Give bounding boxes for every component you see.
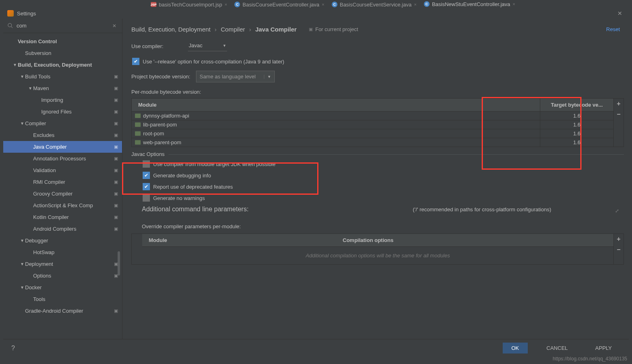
tree-item-label: Tools — [33, 296, 118, 302]
cancel-button[interactable]: CANCEL — [537, 343, 577, 353]
tree-item-label: Maven — [33, 85, 112, 91]
project-scope-icon: ▣ — [114, 121, 118, 126]
tree-item[interactable]: ▼Maven▣ — [3, 82, 122, 94]
settings-search[interactable]: ✕ — [3, 19, 122, 33]
remove-override-button[interactable]: − — [614, 244, 624, 255]
project-bytecode-select[interactable]: Same as language level ▼ — [196, 71, 275, 82]
java-class-icon: C — [424, 1, 430, 7]
project-scope-icon: ▣ — [114, 261, 118, 267]
svg-point-0 — [8, 23, 12, 27]
project-scope-icon: ▣ — [114, 74, 118, 79]
tree-item[interactable]: Android Compilers▣ — [3, 223, 122, 235]
tree-item[interactable]: ▼Docker — [3, 282, 122, 293]
expand-arrow-icon: ▼ — [19, 121, 25, 126]
current-project-badge: ▣ For current project — [309, 26, 358, 32]
java-class-icon: C — [234, 2, 240, 7]
expand-arrow-icon: ▼ — [19, 262, 25, 266]
tree-item[interactable]: Options▣ — [3, 270, 122, 282]
close-icon[interactable]: ✕ — [615, 9, 625, 17]
tree-item[interactable]: RMI Compiler▣ — [3, 176, 122, 188]
target-bytecode-cell[interactable]: 1.6 — [540, 138, 613, 147]
close-icon[interactable]: × — [414, 2, 416, 7]
apply-button[interactable]: APPLY — [586, 343, 621, 353]
ok-button[interactable]: OK — [503, 343, 528, 353]
settings-tree[interactable]: Version ControlSubversion▼Build, Executi… — [3, 33, 122, 340]
tree-item[interactable]: Annotation Processors▣ — [3, 153, 122, 164]
clear-icon[interactable]: ✕ — [111, 23, 118, 29]
tree-item-label: ActionScript & Flex Comp — [33, 202, 112, 208]
tree-item[interactable]: ▼Compiler▣ — [3, 118, 122, 129]
tree-item[interactable]: ActionScript & Flex Comp▣ — [3, 200, 122, 211]
target-bytecode-cell[interactable]: 1.6 — [540, 120, 613, 129]
expand-arrow-icon: ▼ — [12, 63, 18, 67]
tree-item[interactable]: Gradle-Android Compiler▣ — [3, 305, 122, 317]
help-icon[interactable]: ? — [11, 345, 15, 352]
release-option-checkbox[interactable] — [132, 58, 139, 65]
use-compiler-label: Use compiler: — [131, 43, 188, 49]
tree-item[interactable]: Tools — [3, 293, 122, 305]
override-table: Module Compilation options Additional co… — [131, 234, 624, 265]
tree-item-label: Importing — [41, 97, 112, 103]
tree-item-label: HotSwap — [33, 249, 118, 255]
table-row[interactable]: web-parent-pom1.6 — [132, 138, 613, 147]
tree-item[interactable]: ▼Deployment▣ — [3, 258, 122, 270]
project-scope-icon: ▣ — [114, 144, 118, 149]
dialog-titlebar: Settings ✕ — [3, 8, 629, 19]
tree-item[interactable]: ▼Build, Execution, Deployment — [3, 59, 122, 71]
tree-item-label: Android Compilers — [33, 226, 112, 232]
no-warnings-checkbox[interactable] — [143, 194, 150, 202]
project-scope-icon: ▣ — [114, 156, 118, 161]
project-scope-icon: ▣ — [114, 226, 118, 231]
use-module-jdk-checkbox[interactable] — [143, 160, 150, 168]
project-bytecode-label: Project bytecode version: — [131, 74, 190, 80]
tree-item[interactable]: Groovy Compiler▣ — [3, 188, 122, 200]
target-bytecode-cell[interactable]: 1.6 — [540, 112, 613, 120]
table-row[interactable]: dynnsy-platform-api1.6 — [132, 112, 613, 120]
tree-item[interactable]: ▼Build Tools▣ — [3, 71, 122, 82]
per-module-table: Module Target bytecode ve... dynnsy-plat… — [131, 98, 624, 147]
close-icon[interactable]: × — [225, 2, 227, 7]
module-name-cell: root-pom — [132, 129, 540, 138]
project-scope-icon: ▣ — [114, 168, 118, 173]
settings-content: Build, Execution, Deployment › Compiler … — [122, 19, 629, 340]
dialog-footer: ? OK CANCEL APPLY — [3, 339, 629, 357]
tree-item[interactable]: HotSwap — [3, 246, 122, 258]
tree-item[interactable]: Excludes▣ — [3, 129, 122, 141]
watermark: https://blog.csdn.net/qq_43690135 — [553, 356, 627, 362]
module-name-cell: dynnsy-platform-api — [132, 112, 540, 120]
tree-item-label: Options — [33, 273, 112, 279]
tree-item[interactable]: Validation▣ — [3, 164, 122, 176]
editor-tab[interactable]: JSP basisTechCourseImport.jsp × — [147, 1, 230, 8]
add-override-button[interactable]: + — [614, 234, 624, 244]
tab-label: basisTechCourseImport.jsp — [159, 2, 222, 8]
editor-tab[interactable]: C BasisCourseEventController.java × — [231, 1, 327, 8]
expand-icon[interactable]: ⤢ — [615, 208, 619, 214]
gen-debug-checkbox[interactable] — [143, 172, 150, 179]
search-input[interactable] — [17, 23, 111, 29]
tree-item-label: Groovy Compiler — [33, 191, 112, 197]
close-icon[interactable]: × — [513, 2, 515, 6]
use-compiler-select[interactable]: Javac ▼ — [188, 41, 227, 51]
tree-item[interactable]: Ignored Files▣ — [3, 106, 122, 118]
expand-arrow-icon: ▼ — [19, 238, 25, 243]
tree-item[interactable]: ▼Debugger — [3, 235, 122, 246]
add-module-button[interactable]: + — [614, 99, 624, 109]
table-row[interactable]: root-pom1.6 — [132, 129, 613, 138]
override-col-module: Module — [142, 234, 336, 246]
tree-item[interactable]: Subversion — [3, 47, 122, 59]
tree-item[interactable]: Kotlin Compiler▣ — [3, 211, 122, 223]
tree-item[interactable]: Version Control — [3, 36, 122, 47]
target-bytecode-cell[interactable]: 1.6 — [540, 129, 613, 138]
tree-item[interactable]: Java Compiler▣ — [3, 141, 122, 153]
remove-module-button[interactable]: − — [614, 109, 624, 120]
reset-link[interactable]: Reset — [606, 26, 620, 32]
close-icon[interactable]: × — [322, 2, 324, 7]
report-deprecated-checkbox[interactable] — [143, 183, 150, 190]
tree-item-label: Validation — [33, 167, 112, 173]
tree-item[interactable]: Importing▣ — [3, 94, 122, 106]
editor-tab[interactable]: C BasisNewStuEventController.java × — [421, 0, 518, 9]
tree-item-label: Deployment — [25, 261, 112, 267]
table-row[interactable]: lib-parent-pom1.6 — [132, 120, 613, 129]
project-scope-icon: ▣ — [114, 308, 118, 314]
editor-tab[interactable]: C BasisCourseEventService.java × — [329, 1, 420, 8]
